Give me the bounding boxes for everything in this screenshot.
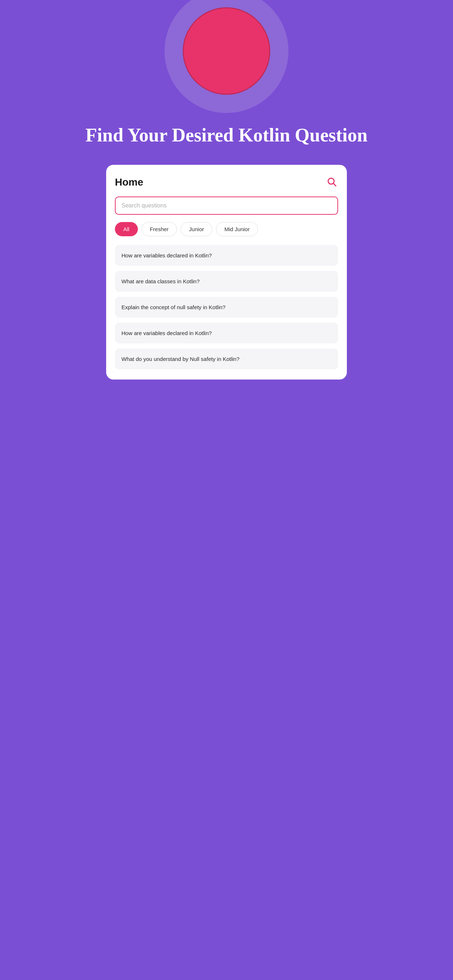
hero-title: Find Your Desired Kotlin Question	[74, 124, 378, 146]
question-item[interactable]: How are variables declared in Kotlin?	[115, 245, 338, 266]
filter-tab-all[interactable]: All	[115, 222, 138, 236]
filter-tab-fresher[interactable]: Fresher	[142, 222, 177, 236]
avatar-container	[164, 0, 289, 113]
filter-tabs: All Fresher Junior Mid Junior	[115, 222, 338, 236]
card-header: Home	[115, 175, 338, 189]
question-item[interactable]: Explain the concept of null safety in Ko…	[115, 297, 338, 318]
card-title: Home	[115, 177, 144, 188]
question-item[interactable]: How are variables declared in Kotlin?	[115, 323, 338, 344]
question-item[interactable]: What do you understand by Null safety in…	[115, 348, 338, 369]
search-input[interactable]	[115, 197, 338, 215]
filter-tab-mid-junior[interactable]: Mid Junior	[216, 222, 258, 236]
avatar	[183, 7, 270, 95]
hero-section: Find Your Desired Kotlin Question	[0, 0, 453, 161]
filter-tab-junior[interactable]: Junior	[180, 222, 212, 236]
search-icon	[327, 177, 337, 187]
search-button[interactable]	[325, 175, 338, 189]
svg-line-1	[333, 184, 335, 186]
questions-list: How are variables declared in Kotlin?Wha…	[115, 245, 338, 369]
content-card: Home All Fresher Junior Mid Junior How a…	[106, 165, 347, 380]
question-item[interactable]: What are data classes in Kotlin?	[115, 271, 338, 292]
